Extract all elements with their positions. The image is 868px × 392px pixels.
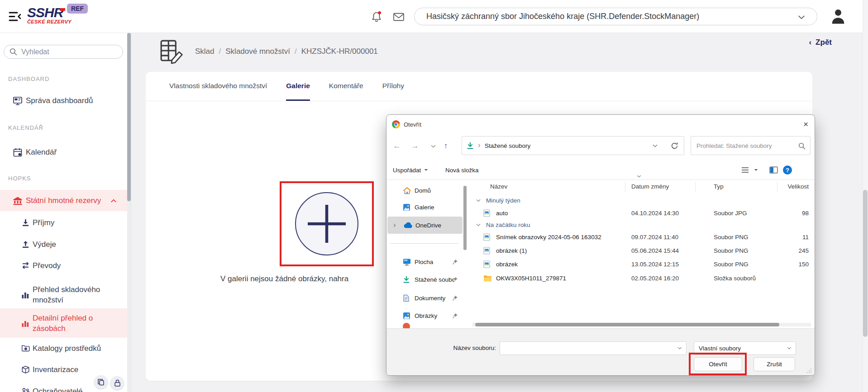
file-row[interactable]: obrázek 13.05.2024 12:15 Soubor PNG 150 bbox=[472, 258, 811, 270]
sidebar-item-label: Státní hmotné rezervy bbox=[26, 196, 101, 205]
column-header-size[interactable]: Velikost bbox=[762, 183, 809, 190]
preview-pane-icon[interactable] bbox=[769, 164, 778, 176]
nav-up-icon[interactable]: ↑ bbox=[439, 140, 453, 152]
place-onedrive[interactable]: OneDrive bbox=[387, 217, 463, 234]
place-gallery[interactable]: Galerie bbox=[386, 199, 463, 215]
tab-vlastnosti[interactable]: Vlastnosti skladového množství bbox=[169, 72, 267, 101]
group-header-minuly-tyden[interactable]: Minulý týden bbox=[472, 195, 811, 206]
pictures-icon bbox=[403, 203, 410, 211]
place-documents[interactable]: Dokumenty bbox=[386, 290, 463, 306]
file-row[interactable]: auto 04.10.2024 14:30 Soubor JPG 98 bbox=[472, 207, 811, 219]
refresh-icon[interactable] bbox=[671, 142, 678, 150]
nav-history-chevron-icon[interactable] bbox=[426, 140, 440, 152]
dialog-search-box[interactable] bbox=[691, 136, 811, 155]
group-header-na-zacatku-roku[interactable]: Na začátku roku bbox=[472, 219, 811, 230]
sidebar-item-detailni-prehled[interactable]: Detailní přehled o zásobách bbox=[0, 308, 131, 338]
search-icon bbox=[798, 142, 806, 150]
dashboard-icon bbox=[13, 96, 23, 106]
place-label: Galerie bbox=[415, 204, 434, 211]
close-icon[interactable]: × bbox=[803, 119, 808, 129]
sidebar-item-inventarizace[interactable]: Inventarizace bbox=[0, 359, 131, 380]
new-folder-label: Nová složka bbox=[445, 167, 479, 174]
file-type: Soubor JPG bbox=[714, 210, 747, 217]
avatar[interactable] bbox=[831, 8, 845, 25]
section-hopks: HOPKS bbox=[8, 175, 31, 182]
sidebar-item-prevody[interactable]: Převody bbox=[0, 255, 131, 276]
open-button[interactable]: Otevřít bbox=[694, 357, 742, 371]
resize-grip-icon[interactable] bbox=[806, 368, 812, 373]
menu-collapse-icon[interactable] bbox=[8, 11, 22, 22]
file-type: Soubor PNG bbox=[714, 234, 749, 241]
filename-combo[interactable] bbox=[500, 341, 687, 355]
sort-direction-icon[interactable] bbox=[637, 175, 641, 178]
breadcrumb-skladove-mnozstvi[interactable]: Skladové množství bbox=[225, 47, 290, 56]
nav-back-icon[interactable]: ← bbox=[390, 140, 404, 152]
tab-galerie[interactable]: Galerie bbox=[286, 72, 310, 101]
place-home[interactable]: Domů bbox=[386, 183, 463, 198]
sidebar-search[interactable] bbox=[4, 45, 123, 59]
chevron-down-icon[interactable] bbox=[677, 347, 682, 349]
place-downloads[interactable]: Stažené soubory bbox=[386, 272, 463, 287]
dialog-search-input[interactable] bbox=[691, 142, 793, 149]
place-desktop[interactable]: Plocha bbox=[386, 254, 463, 269]
address-dropdown-chevron-icon[interactable] bbox=[653, 144, 658, 147]
copy-button[interactable] bbox=[94, 375, 108, 389]
file-row[interactable]: Snímek obrazovky 2024-05-06 163032 09.07… bbox=[472, 231, 811, 243]
column-divider[interactable] bbox=[777, 182, 777, 192]
search-input[interactable] bbox=[21, 48, 112, 56]
home-icon bbox=[403, 187, 411, 194]
help-icon[interactable]: ? bbox=[783, 165, 792, 175]
collapse-chevron-icon bbox=[476, 199, 481, 202]
file-name: Snímek obrazovky 2024-05-06 163032 bbox=[496, 234, 601, 241]
organize-button[interactable]: Uspořádat bbox=[393, 164, 428, 176]
page-scrollbar[interactable] bbox=[863, 0, 868, 392]
file-name: auto bbox=[496, 210, 508, 217]
nav-forward-icon[interactable]: → bbox=[408, 140, 422, 152]
file-list-header: Název Datum změny Typ Velikost bbox=[472, 180, 811, 194]
folder-row[interactable]: OKW3X05H1011_279871 02.05.2024 16:20 Slo… bbox=[472, 272, 811, 284]
sidebar-item-sprava-dashboardu[interactable]: Správa dashboardů bbox=[0, 90, 131, 112]
sidebar-item-prijmy[interactable]: Příjmy bbox=[0, 212, 131, 233]
column-divider[interactable] bbox=[625, 182, 625, 192]
logo-dash bbox=[60, 8, 65, 11]
view-mode-icon[interactable] bbox=[741, 164, 749, 176]
cancel-button[interactable]: Zrušit bbox=[754, 357, 795, 371]
address-bar[interactable]: Stažené soubory bbox=[462, 136, 684, 155]
sidebar-item-prehled-skladoveho[interactable]: Přehled skladového množství bbox=[0, 280, 131, 310]
place-pictures[interactable]: Obrázky bbox=[386, 308, 463, 323]
sidebar-item-kalendar[interactable]: Kalendář bbox=[0, 142, 131, 163]
toolbar-divider bbox=[386, 179, 815, 180]
horizontal-scrollbar[interactable] bbox=[472, 323, 811, 326]
new-folder-button[interactable]: Nová složka bbox=[445, 164, 479, 176]
column-header-type[interactable]: Typ bbox=[714, 183, 724, 190]
places-scrollbar-thumb[interactable] bbox=[463, 186, 467, 250]
sidebar-item-katalogy[interactable]: Katalogy prostředků bbox=[0, 337, 131, 359]
horizontal-scrollbar-thumb[interactable] bbox=[475, 323, 779, 326]
expand-chevron-icon[interactable] bbox=[393, 223, 396, 228]
column-header-date[interactable]: Datum změny bbox=[631, 183, 669, 190]
back-button[interactable]: ‹Zpět bbox=[809, 38, 832, 47]
file-date: 02.05.2024 16:20 bbox=[631, 275, 679, 282]
column-divider[interactable] bbox=[695, 182, 696, 192]
breadcrumb-sklad[interactable]: Sklad bbox=[195, 47, 215, 56]
column-header-name[interactable]: Název bbox=[490, 183, 507, 190]
sidebar-item-vydeje[interactable]: Výdeje bbox=[0, 233, 131, 255]
filename-input[interactable] bbox=[500, 345, 658, 352]
view-mode-chevron-icon[interactable] bbox=[754, 164, 758, 176]
notifications-bell-icon[interactable] bbox=[371, 11, 382, 23]
tab-prilohy[interactable]: Přílohy bbox=[382, 72, 404, 101]
add-image-button[interactable] bbox=[295, 192, 358, 255]
page-scrollbar-thumb[interactable] bbox=[863, 190, 868, 337]
tab-komentare[interactable]: Komentáře bbox=[329, 72, 363, 101]
lock-button[interactable] bbox=[110, 376, 124, 390]
mail-icon[interactable] bbox=[393, 12, 405, 22]
sidebar-scrollbar[interactable] bbox=[127, 33, 131, 392]
sidebar-scrollbar-thumb[interactable] bbox=[127, 33, 131, 201]
sidebar-item-statni-hmotne-rezervy[interactable]: Státní hmotné rezervy bbox=[0, 190, 131, 211]
filetype-value: Vlastní soubory bbox=[694, 345, 741, 352]
organization-selector-value: Hasičský záchranný sbor Jihočeského kraj… bbox=[426, 12, 699, 21]
organization-selector[interactable]: Hasičský záchranný sbor Jihočeského kraj… bbox=[414, 8, 817, 25]
calendar-icon bbox=[13, 147, 23, 157]
sidebar: DASHBOARD Správa dashboardů KALENDÁŘ Kal… bbox=[0, 33, 131, 392]
file-row[interactable]: obrázek (1) 05.06.2024 15:44 Soubor PNG … bbox=[472, 244, 811, 257]
